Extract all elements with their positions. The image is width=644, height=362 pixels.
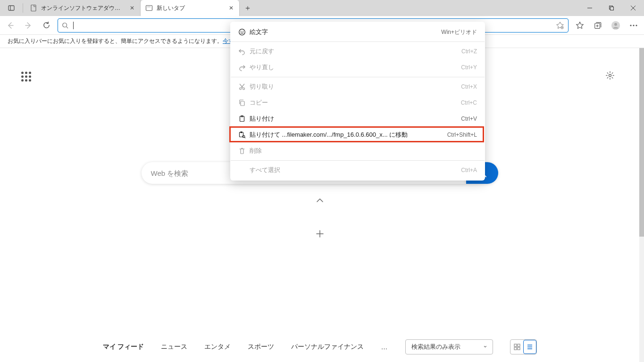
context-menu-item: やり直しCtrl+Y (231, 59, 485, 75)
svg-rect-35 (514, 344, 517, 346)
svg-point-26 (636, 25, 637, 26)
svg-point-54 (243, 135, 245, 138)
title-bar-left (0, 0, 25, 16)
scrollbar-thumb[interactable] (639, 48, 644, 237)
feed-nav: マイ フィード ニュース エンタメ スポーツ パーソナルファイナンス … 検索結… (103, 339, 537, 354)
svg-rect-0 (8, 6, 14, 10)
feed-dropdown-label: 検索結果のみ表示 (411, 343, 460, 350)
favorites-button[interactable] (571, 18, 588, 33)
tab-close-button[interactable]: ✕ (228, 5, 234, 11)
page-settings-button[interactable] (605, 71, 615, 80)
svg-point-27 (609, 74, 611, 77)
new-tab-button[interactable]: ＋ (240, 0, 256, 16)
paste-icon (238, 115, 250, 123)
window-maximize-button[interactable] (601, 0, 622, 16)
tab-background[interactable]: オンラインソフトウェアダウンロードページ ✕ (25, 0, 141, 16)
title-bar: オンラインソフトウェアダウンロードページ ✕ 新しいタブ ✕ ＋ (0, 0, 644, 16)
feed-view-list[interactable] (523, 340, 536, 354)
context-menu-label: すべて選択 (250, 166, 461, 174)
title-bar-spacer (256, 0, 579, 16)
context-menu-separator (231, 41, 485, 42)
address-bar-caret (73, 22, 74, 29)
collections-button[interactable] (589, 18, 606, 33)
svg-point-23 (614, 23, 617, 25)
context-menu-label: 貼り付け (250, 115, 461, 123)
add-shortcut-button[interactable] (316, 230, 324, 238)
svg-rect-38 (518, 347, 520, 350)
context-menu-shortcut: Ctrl+A (461, 167, 477, 173)
svg-point-44 (243, 31, 243, 32)
svg-rect-36 (518, 344, 520, 346)
vertical-scrollbar[interactable] (639, 48, 644, 362)
svg-rect-2 (31, 5, 36, 11)
context-menu-item: 削除 (231, 143, 485, 159)
svg-rect-9 (611, 7, 614, 10)
read-aloud-icon[interactable] (556, 21, 564, 30)
cut-icon (238, 83, 250, 90)
feed-tab-finance[interactable]: パーソナルファイナンス (291, 343, 364, 351)
window-controls (579, 0, 644, 16)
context-menu-shortcut: Ctrl+Shift+L (447, 132, 477, 138)
tab-actions-button[interactable] (4, 0, 19, 16)
context-menu-item[interactable]: 絵文字Win+ピリオド (231, 24, 485, 40)
app-launcher-button[interactable] (21, 72, 33, 83)
feed-layout-dropdown[interactable]: 検索結果のみ表示 (405, 339, 493, 354)
svg-point-25 (633, 25, 634, 26)
svg-point-4 (147, 7, 148, 8)
svg-point-14 (63, 23, 67, 27)
feed-tab-myfeed[interactable]: マイ フィード (103, 343, 144, 351)
profile-button[interactable] (607, 18, 624, 33)
context-menu-shortcut: Ctrl+C (461, 99, 477, 106)
forward-button[interactable] (20, 18, 37, 33)
svg-point-24 (630, 25, 631, 26)
feed-view-grid[interactable] (510, 340, 523, 354)
context-menu-separator (231, 77, 485, 77)
refresh-button[interactable] (38, 18, 55, 33)
context-menu-separator (231, 160, 485, 161)
favorites-info-text: お気に入りバーにお気に入りを登録すると、簡単にアクセスできるようになります。 (8, 37, 223, 45)
pastego-icon (238, 131, 250, 139)
svg-line-55 (244, 137, 245, 138)
window-minimize-button[interactable] (579, 0, 601, 16)
context-menu-label: 元に戻す (250, 47, 461, 56)
context-menu-item[interactable]: 貼り付けて ...filemaker.com/.../fmp_16.0.6.60… (231, 127, 485, 143)
context-menu-shortcut: Ctrl+X (461, 83, 477, 90)
context-menu-label: 切り取り (250, 82, 461, 91)
window-close-button[interactable] (622, 0, 644, 16)
context-menu-item: 元に戻すCtrl+Z (231, 43, 485, 59)
context-menu-shortcut: Ctrl+V (461, 115, 477, 122)
context-menu-label: 貼り付けて ...filemaker.com/.../fmp_16.0.6.60… (250, 131, 447, 139)
feed-tab-more[interactable]: … (381, 343, 388, 351)
back-button[interactable] (2, 18, 19, 33)
svg-point-45 (240, 88, 242, 90)
svg-rect-3 (146, 6, 152, 11)
svg-rect-49 (241, 101, 244, 106)
copy-icon (238, 99, 250, 107)
delete-icon (238, 147, 250, 155)
context-menu-shortcut: Ctrl+Z (461, 48, 477, 55)
tab-title: オンラインソフトウェアダウンロードページ (41, 4, 125, 12)
context-menu-label: 削除 (250, 147, 477, 155)
context-menu-item: 切り取りCtrl+X (231, 79, 485, 95)
svg-rect-37 (514, 347, 517, 350)
newtab-favicon (145, 4, 153, 12)
feed-view-toggles (510, 339, 537, 354)
tab-close-button[interactable]: ✕ (129, 5, 135, 11)
emoji-icon (238, 28, 250, 36)
feed-tab-sports[interactable]: スポーツ (248, 343, 274, 351)
feed-tab-entertainment[interactable]: エンタメ (204, 343, 231, 351)
feed-tab-news[interactable]: ニュース (161, 343, 187, 351)
undo-icon (238, 48, 250, 55)
context-menu: 絵文字Win+ピリオド元に戻すCtrl+Zやり直しCtrl+Y切り取りCtrl+… (230, 22, 485, 181)
tabs-row: オンラインソフトウェアダウンロードページ ✕ 新しいタブ ✕ ＋ (25, 0, 256, 16)
page-favicon (30, 4, 37, 12)
svg-point-43 (241, 31, 242, 32)
tab-active[interactable]: 新しいタブ ✕ (141, 0, 240, 16)
settings-and-more-button[interactable] (625, 18, 642, 33)
svg-point-5 (149, 7, 150, 8)
expand-toggle[interactable] (316, 198, 324, 203)
svg-point-6 (150, 7, 151, 8)
context-menu-item[interactable]: 貼り付けCtrl+V (231, 111, 485, 127)
svg-point-42 (239, 29, 245, 35)
redo-icon (238, 64, 250, 71)
